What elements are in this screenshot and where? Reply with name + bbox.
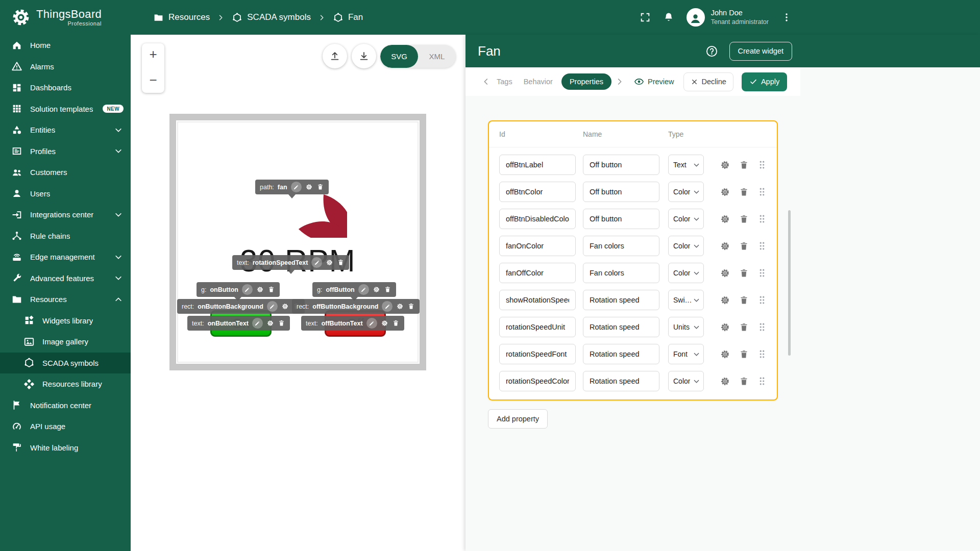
property-type-select[interactable]: Color: [668, 263, 704, 283]
sidebar-item[interactable]: Solution templates NEW: [0, 98, 131, 120]
tag-chip-on-button-background[interactable]: rect:onButtonBackground: [177, 299, 305, 314]
property-id-input[interactable]: [499, 155, 576, 175]
avatar[interactable]: [687, 8, 705, 27]
tag-chip-off-button-background[interactable]: rect:offButtonBackground: [292, 299, 420, 314]
brand-logo[interactable]: ThingsBoard Professional: [0, 0, 131, 35]
property-delete-button[interactable]: [734, 345, 753, 364]
preview-button[interactable]: Preview: [634, 77, 674, 87]
fullscreen-button[interactable]: [640, 12, 651, 23]
sidebar-item[interactable]: Edge management: [0, 246, 131, 268]
tag-delete-button[interactable]: [407, 303, 415, 310]
notifications-button[interactable]: [663, 12, 674, 23]
tabs-scroll-left-icon[interactable]: [481, 77, 491, 87]
sidebar-item[interactable]: Notification center: [0, 395, 131, 416]
tag-settings-button[interactable]: [305, 183, 313, 191]
drag-handle[interactable]: [756, 159, 768, 170]
more-menu-button[interactable]: [781, 12, 792, 23]
property-type-select[interactable]: Switch: [668, 290, 704, 310]
edit-tag-button[interactable]: [267, 301, 278, 312]
property-name-input[interactable]: [583, 371, 659, 391]
tag-chip-on-button-text[interactable]: text:onButtonText: [187, 316, 290, 331]
property-settings-button[interactable]: [716, 183, 734, 202]
sidebar-item[interactable]: Resources library: [0, 373, 131, 395]
property-id-input[interactable]: [499, 344, 576, 364]
property-name-input[interactable]: [583, 263, 659, 283]
property-settings-button[interactable]: [716, 318, 734, 337]
sidebar-item[interactable]: Home: [0, 35, 131, 56]
drag-handle[interactable]: [756, 267, 768, 279]
tab-behavior[interactable]: Behavior: [524, 78, 553, 86]
drag-handle[interactable]: [756, 294, 768, 306]
drag-handle[interactable]: [756, 348, 768, 360]
tag-delete-button[interactable]: [337, 259, 345, 266]
edit-tag-button[interactable]: [291, 182, 302, 192]
property-name-input[interactable]: [583, 182, 659, 202]
apply-button[interactable]: Apply: [742, 72, 787, 91]
tag-delete-button[interactable]: [384, 286, 391, 293]
property-settings-button[interactable]: [716, 210, 734, 229]
sidebar-item[interactable]: Dashboards: [0, 77, 131, 98]
zoom-in-button[interactable]: +: [149, 47, 157, 61]
sidebar-item[interactable]: White labeling: [0, 437, 131, 459]
scrollbar-thumb[interactable]: [788, 210, 791, 356]
sidebar-item[interactable]: Customers: [0, 162, 131, 183]
tag-delete-button[interactable]: [392, 319, 400, 327]
sidebar-item[interactable]: Profiles: [0, 141, 131, 162]
zoom-out-button[interactable]: −: [149, 73, 157, 87]
property-type-select[interactable]: Color: [668, 209, 704, 229]
tag-chip-off-button[interactable]: g:offButton: [312, 282, 396, 297]
sidebar-item[interactable]: SCADA symbols: [0, 353, 131, 374]
property-delete-button[interactable]: [734, 318, 753, 337]
property-name-input[interactable]: [583, 317, 659, 337]
property-delete-button[interactable]: [734, 156, 753, 174]
sidebar-item[interactable]: Alarms: [0, 56, 131, 78]
toggle-svg[interactable]: SVG: [380, 45, 418, 68]
property-settings-button[interactable]: [716, 291, 734, 310]
tag-chip-rotation-speed-text[interactable]: text:rotationSpeedText: [232, 255, 349, 270]
symbol-editor-canvas[interactable]: + − SVG XML 30 RPM On Off path:fan: [131, 35, 465, 551]
property-delete-button[interactable]: [734, 210, 753, 229]
property-id-input[interactable]: [499, 209, 576, 229]
help-button[interactable]: [705, 45, 718, 58]
property-type-select[interactable]: Units: [668, 317, 704, 337]
tag-settings-button[interactable]: [256, 286, 264, 293]
create-widget-button[interactable]: Create widget: [729, 42, 792, 61]
edit-tag-button[interactable]: [358, 284, 369, 295]
property-settings-button[interactable]: [716, 372, 734, 391]
sidebar-item[interactable]: Widgets library: [0, 310, 131, 332]
property-id-input[interactable]: [499, 182, 576, 202]
property-delete-button[interactable]: [734, 264, 753, 283]
property-id-input[interactable]: [499, 317, 576, 337]
property-id-input[interactable]: [499, 236, 576, 256]
property-delete-button[interactable]: [734, 372, 753, 391]
toggle-xml[interactable]: XML: [418, 45, 456, 68]
sidebar-item[interactable]: Entities: [0, 119, 131, 141]
property-type-select[interactable]: Font: [668, 344, 704, 364]
tag-chip-on-button[interactable]: g:onButton: [197, 282, 280, 297]
property-id-input[interactable]: [499, 371, 576, 391]
tabs-scroll-right-icon[interactable]: [615, 77, 625, 87]
drag-handle[interactable]: [756, 213, 768, 224]
sidebar-item[interactable]: Advanced features: [0, 268, 131, 289]
tag-delete-button[interactable]: [278, 319, 285, 327]
property-delete-button[interactable]: [734, 237, 753, 256]
tag-settings-button[interactable]: [326, 259, 333, 266]
tag-settings-button[interactable]: [381, 319, 388, 327]
tag-delete-button[interactable]: [316, 183, 324, 191]
edit-tag-button[interactable]: [242, 284, 253, 295]
sidebar-item[interactable]: Rule chains: [0, 226, 131, 247]
property-id-input[interactable]: [499, 290, 576, 310]
property-settings-button[interactable]: [716, 264, 734, 283]
property-settings-button[interactable]: [716, 237, 734, 256]
sidebar-item[interactable]: Resources: [0, 289, 131, 310]
breadcrumb-fan[interactable]: Fan: [333, 12, 363, 23]
tag-settings-button[interactable]: [373, 286, 380, 293]
property-id-input[interactable]: [499, 263, 576, 283]
tag-settings-button[interactable]: [396, 303, 404, 310]
property-name-input[interactable]: [583, 290, 659, 310]
edit-tag-button[interactable]: [311, 257, 322, 268]
property-delete-button[interactable]: [734, 291, 753, 310]
tag-delete-button[interactable]: [267, 286, 275, 293]
drag-handle[interactable]: [756, 375, 768, 387]
property-name-input[interactable]: [583, 236, 659, 256]
